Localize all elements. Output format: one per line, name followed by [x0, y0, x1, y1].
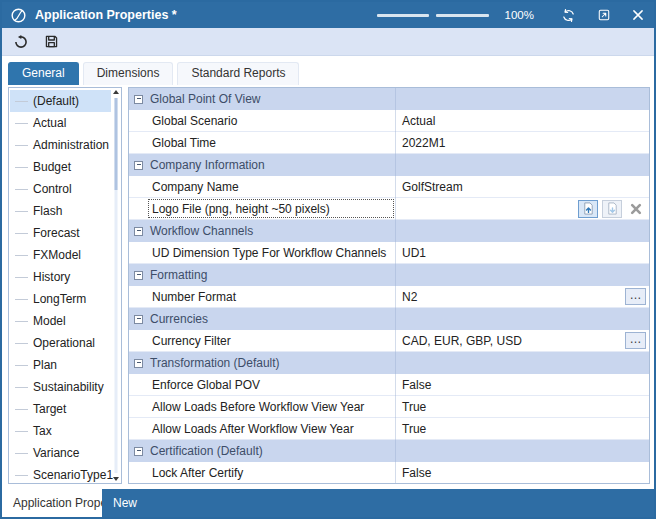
property-label-cell[interactable]: Allow Loads After Workflow View Year — [147, 418, 395, 439]
property-label-cell[interactable]: Enforce Global POV — [147, 374, 395, 395]
zoom-slider[interactable] — [377, 14, 489, 17]
tree-branch-line — [15, 211, 28, 212]
property-label-cell[interactable]: Allow Loads Before Workflow View Year — [147, 396, 395, 417]
sync-button[interactable] — [561, 8, 576, 23]
row-indent — [129, 132, 147, 153]
property-row-ud-dimension-type-for-workflow-channels: UD Dimension Type For Workflow ChannelsU… — [129, 242, 649, 264]
property-value-cell[interactable]: False — [395, 462, 649, 483]
scrollbar-track[interactable] — [114, 98, 117, 473]
collapse-icon[interactable] — [134, 315, 143, 324]
popout-icon — [597, 8, 611, 22]
tree-branch-line — [15, 387, 28, 388]
collapse-icon[interactable] — [134, 359, 143, 368]
collapse-icon[interactable] — [134, 161, 143, 170]
toolbar — [2, 28, 654, 56]
scenario-name: LongTerm — [33, 292, 86, 306]
property-label-cell[interactable]: Global Scenario — [147, 110, 395, 131]
list-item-longterm[interactable]: LongTerm — [10, 288, 111, 310]
property-value-cell[interactable]: True — [395, 396, 649, 417]
collapse-icon[interactable] — [134, 95, 143, 104]
list-item-forecast[interactable]: Forecast — [10, 222, 111, 244]
collapse-icon[interactable] — [134, 271, 143, 280]
list-item-operational[interactable]: Operational — [10, 332, 111, 354]
section-row-workflow-channels[interactable]: Workflow Channels — [129, 220, 649, 242]
scroll-down-icon[interactable] — [113, 477, 119, 481]
property-label-cell[interactable]: UD Dimension Type For Workflow Channels — [147, 242, 395, 263]
tab-dimensions[interactable]: Dimensions — [83, 62, 174, 85]
property-value: 2022M1 — [402, 136, 445, 150]
property-label-cell[interactable]: Lock After Certify — [147, 462, 395, 483]
property-value-cell[interactable] — [395, 198, 649, 219]
tab-general[interactable]: General — [8, 62, 79, 85]
close-button[interactable] — [632, 9, 644, 21]
property-value-cell[interactable]: GolfStream — [395, 176, 649, 197]
popout-button[interactable] — [597, 8, 611, 22]
row-indent — [129, 110, 147, 131]
list-item-tax[interactable]: Tax — [10, 420, 111, 442]
property-label-cell[interactable]: Logo File (png, height ~50 pixels) — [147, 198, 395, 219]
list-item-actual[interactable]: Actual — [10, 112, 111, 134]
bottom-tab-application-properties[interactable]: Application Prope — [2, 489, 102, 517]
section-row-formatting[interactable]: Formatting — [129, 264, 649, 286]
section-row-company-information[interactable]: Company Information — [129, 154, 649, 176]
ellipsis-button[interactable]: … — [625, 332, 646, 349]
property-label-cell[interactable]: Currency Filter — [147, 330, 395, 351]
application-properties-window: Application Properties * 100% — [0, 0, 656, 519]
property-value-cell[interactable]: N2… — [395, 286, 649, 307]
property-value-cell[interactable]: 2022M1 — [395, 132, 649, 153]
property-value-cell[interactable]: True — [395, 418, 649, 439]
section-row-currencies[interactable]: Currencies — [129, 308, 649, 330]
property-label: Global Time — [152, 136, 216, 150]
section-title: Transformation (Default) — [150, 356, 280, 370]
collapse-icon[interactable] — [134, 447, 143, 456]
property-value-cell[interactable]: Actual — [395, 110, 649, 131]
section-row-global-point-of-view[interactable]: Global Point Of View — [129, 88, 649, 110]
property-value-cell[interactable]: False — [395, 374, 649, 395]
list-item-administration[interactable]: Administration — [10, 134, 111, 156]
save-button[interactable] — [44, 34, 59, 49]
list-item-target[interactable]: Target — [10, 398, 111, 420]
bottom-tab-new[interactable]: New — [102, 489, 148, 517]
list-item-fxmodel[interactable]: FXModel — [10, 244, 111, 266]
list-item-model[interactable]: Model — [10, 310, 111, 332]
scrollbar-thumb[interactable] — [114, 98, 117, 190]
sync-icon — [561, 8, 576, 23]
property-value: N2 — [402, 290, 417, 304]
property-value-cell[interactable]: UD1 — [395, 242, 649, 263]
ellipsis-button[interactable]: … — [625, 288, 646, 305]
tab-standard-reports[interactable]: Standard Reports — [177, 62, 299, 85]
property-label-cell[interactable]: Global Time — [147, 132, 395, 153]
property-label-cell[interactable]: Company Name — [147, 176, 395, 197]
property-value: True — [402, 400, 426, 414]
scenario-name: Model — [33, 314, 66, 328]
property-value: CAD, EUR, GBP, USD — [402, 334, 522, 348]
list-item-control[interactable]: Control — [10, 178, 111, 200]
property-label: Allow Loads After Workflow View Year — [152, 422, 354, 436]
refresh-button[interactable] — [13, 34, 29, 50]
list-item-variance[interactable]: Variance — [10, 442, 111, 464]
list-item-sustainability[interactable]: Sustainability — [10, 376, 111, 398]
list-item-plan[interactable]: Plan — [10, 354, 111, 376]
delete-logo-button[interactable] — [626, 200, 646, 218]
save-icon — [44, 34, 59, 49]
zoom-slider-thumb[interactable] — [429, 14, 436, 17]
property-label-cell[interactable]: Number Format — [147, 286, 395, 307]
upload-logo-button[interactable] — [578, 200, 598, 218]
list-item-budget[interactable]: Budget — [10, 156, 111, 178]
section-row-certification-default[interactable]: Certification (Default) — [129, 440, 649, 462]
section-title: Company Information — [150, 158, 265, 172]
section-row-transformation-default[interactable]: Transformation (Default) — [129, 352, 649, 374]
scenario-list-scrollbar[interactable] — [111, 90, 120, 481]
onestream-logo-icon — [10, 7, 27, 24]
list-item-history[interactable]: History — [10, 266, 111, 288]
property-value-cell[interactable]: CAD, EUR, GBP, USD… — [395, 330, 649, 351]
scenario-name: Flash — [33, 204, 62, 218]
property-row-number-format: Number FormatN2… — [129, 286, 649, 308]
download-logo-button[interactable] — [602, 200, 622, 218]
list-item-flash[interactable]: Flash — [10, 200, 111, 222]
list-item-default[interactable]: (Default) — [10, 90, 111, 112]
collapse-icon[interactable] — [134, 227, 143, 236]
logo-file-actions — [578, 200, 646, 218]
scroll-up-icon[interactable] — [113, 90, 119, 94]
list-item-scenariotype1[interactable]: ScenarioType1 — [10, 464, 111, 484]
